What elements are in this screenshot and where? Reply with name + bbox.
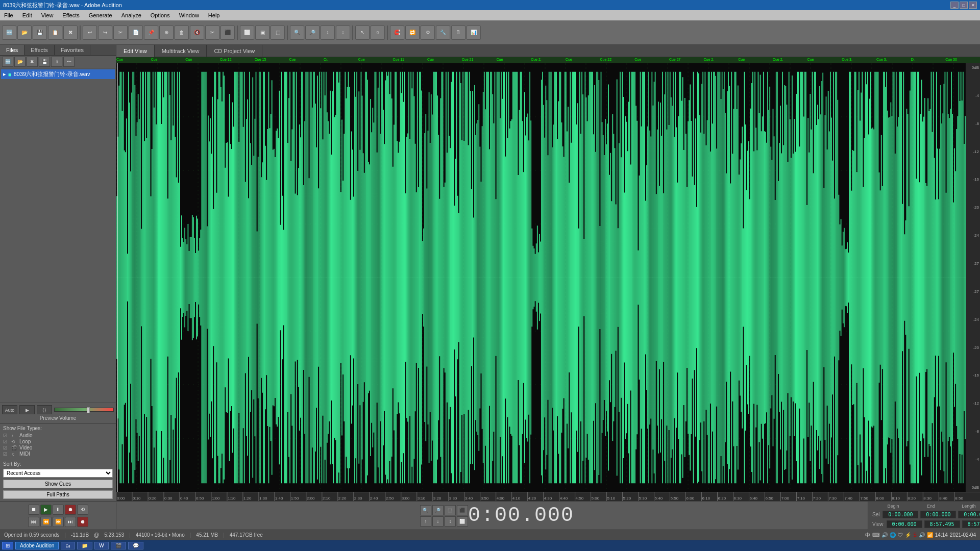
toolbar-effects[interactable]: 🎚 (451, 26, 465, 40)
menu-generate[interactable]: Generate (87, 11, 114, 19)
transport-punch-record[interactable]: ⏺ (77, 517, 88, 527)
toolbar-save-copy[interactable]: 📋 (48, 26, 62, 40)
transport-rewind[interactable]: ⏮ (28, 517, 39, 527)
toolbar-loop[interactable]: 🔁 (405, 26, 420, 40)
toolbar-time-sel[interactable]: ⎏ (371, 26, 385, 40)
play-preview-button[interactable]: ▶ (19, 405, 35, 414)
menu-window[interactable]: Window (177, 11, 201, 19)
toolbar-copy[interactable]: 📄 (129, 26, 143, 40)
menu-analyze[interactable]: Analyze (119, 11, 143, 19)
minimize-button[interactable]: _ (950, 2, 959, 9)
transport-loop[interactable]: ⟲ (77, 505, 88, 515)
waveform-display[interactable] (116, 63, 966, 492)
window-controls[interactable]: _ □ ✕ (950, 2, 977, 9)
zoom-in-v-btn[interactable]: ↑ (420, 516, 431, 527)
panel-tabs[interactable]: Files Effects Favorites (0, 45, 116, 56)
pos-view-end[interactable]: 8:57.495 (924, 520, 960, 528)
toolbar-select-cur[interactable]: ▣ (255, 26, 270, 40)
toolbar-snap[interactable]: 🧲 (390, 26, 404, 40)
menu-view[interactable]: View (39, 11, 56, 19)
maximize-button[interactable]: □ (960, 2, 968, 9)
toolbar-zoom-in-v[interactable]: ↕ (321, 26, 335, 40)
taskbar-wps[interactable]: W (94, 542, 108, 549)
pos-sel-end[interactable]: 0:00.000 (920, 511, 956, 518)
panel-waveform-btn[interactable]: 〜 (63, 57, 75, 67)
transport-fast-fwd[interactable]: ⏭ (65, 517, 76, 527)
menu-edit[interactable]: Edit (20, 11, 34, 19)
panel-open-btn[interactable]: 📂 (14, 57, 26, 67)
volume-slider[interactable] (54, 408, 114, 412)
toolbar-new[interactable]: 🆕 (2, 26, 16, 40)
toolbar-zoom-in-h[interactable]: 🔍 (290, 26, 304, 40)
waveform-inner[interactable] (116, 63, 966, 492)
toolbar-trim[interactable]: ✂ (205, 26, 219, 40)
zoom-out-v-btn[interactable]: ↓ (432, 516, 444, 527)
file-item-0[interactable]: ▸ ■ 8039六和弦报警门铃-录音.wav (1, 69, 115, 79)
pos-sel-length[interactable]: 0:00.000 (958, 511, 980, 518)
toolbar-delete[interactable]: 🗑 (175, 26, 189, 40)
pos-view-vals: 0:00.000 8:57.495 8:57.495 (887, 520, 981, 528)
panel-save-btn[interactable]: 💾 (39, 57, 50, 67)
start-button[interactable]: ⊞ (2, 542, 13, 549)
transport-pause[interactable]: ⏸ (53, 505, 64, 515)
toolbar-cut[interactable]: ✂ (113, 26, 128, 40)
tab-favorites[interactable]: Favorites (55, 45, 90, 55)
pos-sel-begin[interactable]: 0:00.000 (883, 511, 918, 518)
menu-effects[interactable]: Effects (60, 11, 81, 19)
toolbar-paste[interactable]: 📌 (144, 26, 158, 40)
transport-prev[interactable]: ⏪ (40, 517, 52, 527)
zoom-fit-v-btn[interactable]: ⬜ (457, 516, 468, 527)
toolbar-crop[interactable]: ⬛ (220, 26, 235, 40)
toolbar-close[interactable]: ✖ (63, 26, 78, 40)
toolbar-mix-paste[interactable]: ⊕ (159, 26, 174, 40)
toolbar-analyze[interactable]: 📊 (467, 26, 481, 40)
toolbar-zoom-out-v[interactable]: ↕ (336, 26, 350, 40)
sort-select[interactable]: Recent Access Name Date Size (3, 469, 113, 478)
menu-help[interactable]: Help (206, 11, 222, 19)
toolbar-undo[interactable]: ↩ (83, 26, 97, 40)
taskbar-audition[interactable]: Adobe Audition (15, 542, 59, 549)
toolbar-settings[interactable]: ⚙ (421, 26, 435, 40)
toolbar-open[interactable]: 📂 (17, 26, 32, 40)
transport-play[interactable]: ▶ (40, 505, 52, 515)
close-button[interactable]: ✕ (969, 2, 977, 9)
zoom-sel-btn[interactable]: ⬚ (445, 505, 456, 515)
tab-cd-project-view[interactable]: CD Project View (207, 45, 262, 57)
zoom-fit-btn[interactable]: ⬛ (457, 505, 468, 515)
tab-effects[interactable]: Effects (24, 45, 54, 55)
toolbar-cursor[interactable]: ↖ (355, 26, 370, 40)
toolbar-deselect[interactable]: ⬚ (271, 26, 285, 40)
panel-props-btn[interactable]: ℹ (51, 57, 62, 67)
taskbar-wechat[interactable]: 💬 (128, 542, 143, 549)
toolbar-redo[interactable]: ↪ (98, 26, 112, 40)
toolbar-preferences[interactable]: 🔧 (436, 26, 450, 40)
pos-view-length[interactable]: 8:57.495 (962, 520, 981, 528)
transport-next[interactable]: ⏩ (53, 517, 64, 527)
full-paths-button[interactable]: Full Paths (3, 490, 113, 499)
panel-close-btn[interactable]: ✖ (27, 57, 38, 67)
toolbar-zoom-out-h[interactable]: 🔎 (305, 26, 320, 40)
taskbar-explorer[interactable]: 🗂 (61, 542, 75, 549)
panel-new-btn[interactable]: 🆕 (2, 57, 13, 67)
transport-stop[interactable]: ⏹ (28, 505, 39, 515)
zoom-out-btn[interactable]: 🔎 (432, 505, 444, 515)
volume-thumb[interactable] (87, 407, 90, 413)
transport-record[interactable]: ⏺ (65, 505, 76, 515)
zoom-in-btn[interactable]: 🔍 (420, 505, 431, 515)
toolbar-save[interactable]: 💾 (33, 26, 47, 40)
tab-multitrack-view[interactable]: Multitrack View (155, 45, 207, 57)
taskbar-folder[interactable]: 📁 (77, 542, 92, 549)
show-cues-button[interactable]: Show Cues (3, 480, 113, 488)
toolbar-select-all[interactable]: ⬜ (240, 26, 254, 40)
menu-options[interactable]: Options (149, 11, 172, 19)
zoom-sel-v-btn[interactable]: ↕ (445, 516, 456, 527)
loop-preview-button[interactable]: ⟨⟩ (37, 405, 52, 414)
toolbar-silence[interactable]: 🔇 (190, 26, 204, 40)
pos-view-begin[interactable]: 0:00.000 (887, 520, 922, 528)
tab-files[interactable]: Files (0, 45, 24, 55)
menu-file[interactable]: File (2, 11, 15, 19)
auto-button[interactable]: Auto (2, 405, 17, 414)
waveform-container[interactable]: 0dB -4 -8 -12 -16 -20 -24 -27 -27 -24 -2… (116, 63, 980, 492)
taskbar-video[interactable]: 🎬 (111, 542, 126, 549)
tab-edit-view[interactable]: Edit View (116, 45, 155, 57)
